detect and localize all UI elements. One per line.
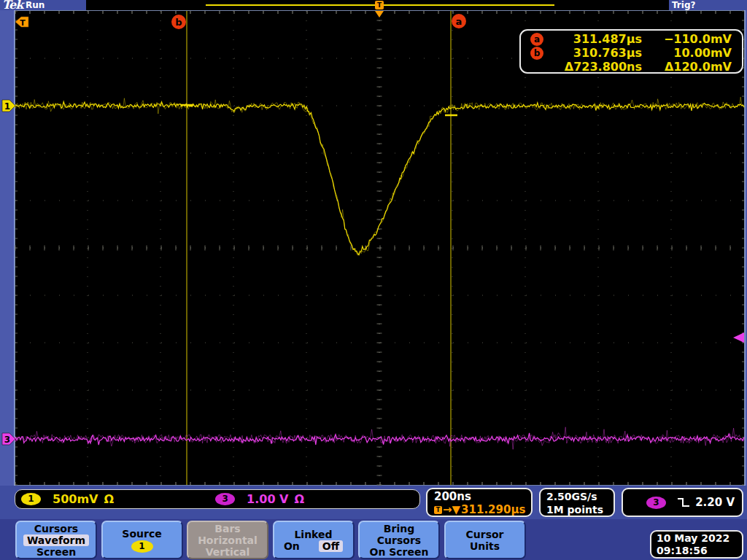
channel-3-badge[interactable]: 3 bbox=[215, 493, 235, 505]
falling-edge-icon bbox=[676, 497, 691, 508]
menu-option-bring: Bring bbox=[384, 523, 414, 534]
cursor-b-volt: 10.00mV bbox=[642, 46, 742, 60]
sample-rate: 2.50GS/s bbox=[546, 490, 614, 503]
scope-display: T 1 3 b a bbox=[0, 10, 747, 486]
svg-text:1: 1 bbox=[4, 101, 10, 112]
menu-button-bring-cursors-on-screen[interactable]: BringCursorsOn Screen bbox=[358, 521, 440, 559]
trigger-source-badge: 3 bbox=[646, 497, 666, 509]
channel-scale-box: 1 500mV Ω 3 1.00 V Ω bbox=[15, 489, 420, 509]
menu-option-screen: Screen bbox=[36, 546, 76, 558]
cursor-b-marker[interactable]: b bbox=[171, 15, 186, 29]
menu-option-cursors: Cursors bbox=[377, 534, 421, 546]
channel-1-scale: 500mV bbox=[53, 492, 98, 506]
cursor-b-badge: b bbox=[530, 47, 543, 60]
cursor-a-volt: −110.0mV bbox=[642, 32, 742, 46]
delay-arrows-icon: →▼ bbox=[443, 503, 460, 516]
channel-1-badge[interactable]: 1 bbox=[21, 493, 41, 505]
menu-option-bars: Bars bbox=[214, 523, 240, 534]
menu-option-on-screen: On Screen bbox=[370, 546, 429, 558]
date-value: 10 May 2022 bbox=[657, 532, 742, 545]
channel-3-coupling: Ω bbox=[295, 492, 305, 506]
cursor-a-time: 311.487µs bbox=[553, 32, 642, 46]
menu-option-on[interactable]: On bbox=[284, 540, 300, 552]
menu-option-units: Units bbox=[470, 540, 500, 552]
menu-button-bars: BarsHorizontalVertical bbox=[187, 521, 268, 559]
menu-button-cursor-units[interactable]: CursorUnits bbox=[444, 521, 526, 559]
cursor-a-row: a 311.487µs −110.0mV bbox=[521, 32, 742, 46]
svg-text:a: a bbox=[456, 16, 462, 27]
delay-t-icon: T bbox=[434, 506, 442, 514]
channel-3-scale: 1.00 V bbox=[247, 492, 288, 506]
menu-option-cursors: Cursors bbox=[34, 523, 78, 534]
menu-option-horizontal: Horizontal bbox=[198, 534, 258, 546]
menu-option-cursor: Cursor bbox=[465, 529, 503, 540]
cursor-readout-box: a 311.487µs −110.0mV b 310.763µs 10.00mV… bbox=[519, 29, 743, 74]
cursor-delta-volt: Δ120.0mV bbox=[642, 60, 742, 74]
datetime-box: 10 May 2022 09:18:56 bbox=[650, 530, 743, 559]
menu-option-linked: Linked bbox=[294, 529, 332, 540]
acquisition-box: 2.50GS/s 1M points bbox=[539, 488, 615, 517]
trigger-t-icon[interactable]: T bbox=[375, 1, 384, 9]
svg-text:3: 3 bbox=[4, 435, 10, 445]
time-value: 09:18:56 bbox=[657, 545, 742, 557]
menu-button-cursors[interactable]: CursorsWaveformScreen bbox=[15, 521, 97, 559]
cursor-a-marker[interactable]: a bbox=[452, 14, 466, 28]
cursor-b-row: b 310.763µs 10.00mV bbox=[521, 46, 742, 60]
menu-button-source[interactable]: Source1 bbox=[101, 521, 183, 559]
cursor-delta-row: Δ723.800ns Δ120.0mV bbox=[521, 60, 742, 74]
soft-menu-bar: CursorsWaveformScreenSource1BarsHorizont… bbox=[0, 519, 747, 560]
source-channel-badge: 1 bbox=[131, 540, 153, 553]
menu-button-linked[interactable]: LinkedOnOff bbox=[273, 521, 355, 559]
channel-1-coupling: Ω bbox=[104, 492, 114, 506]
menu-option-off[interactable]: Off bbox=[319, 540, 343, 552]
menu-option-source: Source bbox=[122, 528, 161, 540]
trigger-level-value: 2.20 V bbox=[695, 496, 735, 509]
timebase-scale: 200ns bbox=[434, 490, 531, 503]
acquisition-status: Run bbox=[26, 0, 44, 10]
top-status-bar: Tek Run T Trig? bbox=[0, 0, 747, 10]
trigger-box: 3 2.20 V bbox=[622, 488, 743, 517]
svg-text:T: T bbox=[20, 18, 26, 28]
delay-value: 311.290µs bbox=[461, 503, 525, 516]
cursor-b-time: 310.763µs bbox=[553, 46, 642, 60]
trigger-delay: T→▼311.290µs bbox=[434, 503, 531, 516]
record-length: 1M points bbox=[546, 503, 614, 516]
cursor-delta-time: Δ723.800ns bbox=[553, 60, 642, 74]
svg-text:b: b bbox=[175, 17, 182, 28]
trigger-status: Trig? bbox=[672, 0, 695, 10]
timebase-box: 200ns T→▼311.290µs bbox=[426, 488, 533, 517]
menu-option-waveform: Waveform bbox=[23, 534, 89, 546]
horizontal-position-indicator: T bbox=[86, 0, 669, 10]
menu-option-vertical: Vertical bbox=[206, 546, 250, 558]
cursor-a-badge: a bbox=[530, 33, 543, 46]
